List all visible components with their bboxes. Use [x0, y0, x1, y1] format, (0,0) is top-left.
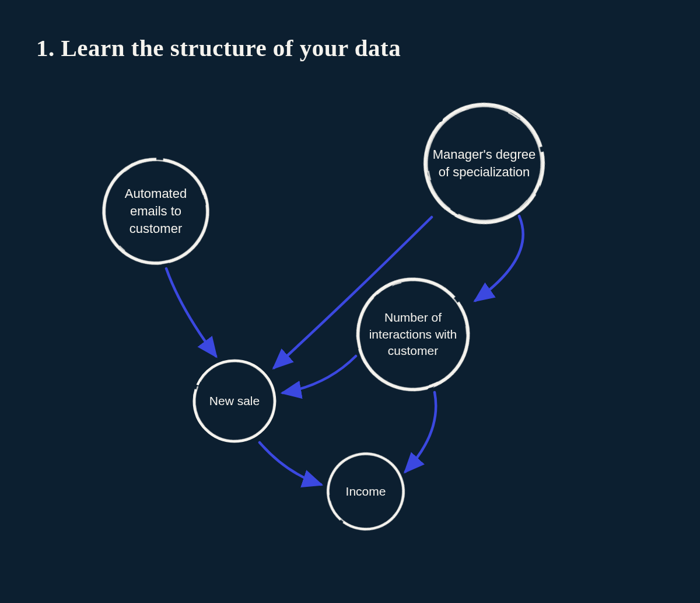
arrow-interactions-to-newsale	[283, 356, 356, 393]
node-manager-specialization: Manager's degree of specialization	[420, 99, 548, 228]
arrow-interactions-to-income	[405, 392, 436, 472]
node-label: Automated emails to customer	[99, 179, 212, 243]
node-label: Number of interactions with customer	[353, 304, 473, 365]
arrow-manager-to-interactions	[475, 216, 523, 301]
node-new-sale: New sale	[190, 356, 279, 446]
node-number-interactions: Number of interactions with customer	[353, 274, 473, 395]
node-automated-emails: Automated emails to customer	[99, 155, 212, 268]
node-label: Manager's degree of specialization	[420, 140, 548, 186]
node-label: New sale	[204, 387, 265, 415]
node-label: Income	[340, 477, 392, 506]
causal-diagram: Automated emails to customer Manager's d…	[0, 0, 700, 603]
node-income: Income	[324, 449, 408, 534]
arrow-emails-to-newsale	[166, 269, 216, 356]
arrow-newsale-to-income	[260, 442, 321, 485]
